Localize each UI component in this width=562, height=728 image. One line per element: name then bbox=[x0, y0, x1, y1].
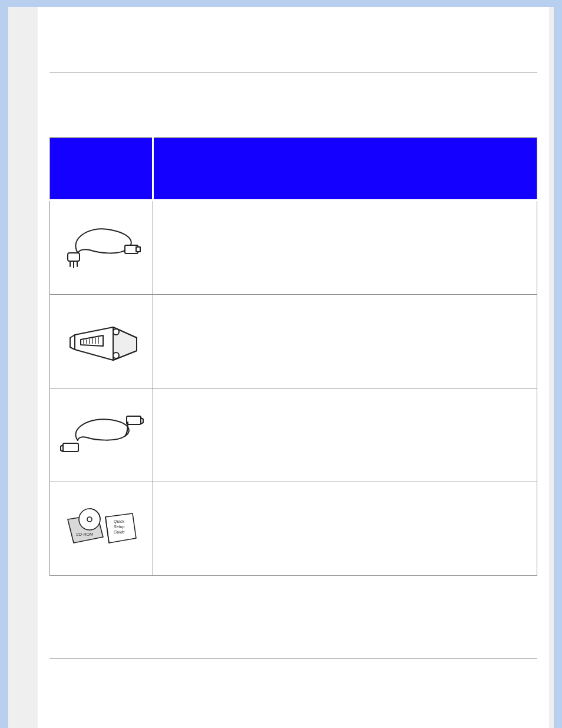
table-row bbox=[50, 200, 537, 295]
cdrom-guide-icon: CD-ROM Quick bbox=[57, 502, 146, 555]
table-row bbox=[50, 295, 537, 388]
item-description bbox=[153, 295, 537, 388]
header-item bbox=[50, 138, 153, 200]
gap-below-table bbox=[49, 576, 537, 658]
bottom-whitespace bbox=[49, 659, 537, 728]
item-image-cell bbox=[50, 388, 153, 482]
item-image-cell bbox=[50, 200, 153, 295]
item-description bbox=[153, 200, 537, 295]
document-page: CD-ROM Quick bbox=[8, 7, 554, 728]
header-description bbox=[153, 138, 537, 200]
svg-rect-15 bbox=[127, 416, 141, 424]
table-row: CD-ROM Quick bbox=[50, 482, 537, 576]
svg-rect-0 bbox=[68, 253, 80, 261]
accessory-table: CD-ROM Quick bbox=[49, 137, 537, 576]
table-row bbox=[50, 388, 537, 482]
table-header-row bbox=[50, 138, 537, 200]
item-image-cell bbox=[50, 295, 153, 388]
svg-text:Setup: Setup bbox=[114, 525, 124, 529]
power-cord-icon bbox=[57, 220, 146, 274]
left-margin-rail bbox=[8, 7, 38, 728]
svg-rect-5 bbox=[136, 247, 140, 252]
right-margin-rail bbox=[549, 7, 554, 728]
page-wrapper: CD-ROM Quick bbox=[0, 0, 562, 728]
svg-text:CD-ROM: CD-ROM bbox=[76, 532, 93, 536]
vga-adapter-icon bbox=[57, 314, 146, 367]
item-image-cell: CD-ROM Quick bbox=[50, 482, 153, 576]
signal-cable-icon bbox=[57, 408, 146, 461]
svg-point-7 bbox=[113, 353, 119, 358]
svg-point-6 bbox=[113, 329, 119, 335]
page-content: CD-ROM Quick bbox=[38, 7, 549, 728]
svg-point-18 bbox=[87, 517, 92, 522]
svg-rect-14 bbox=[63, 443, 78, 452]
section-gap-above-table bbox=[49, 73, 537, 137]
item-description bbox=[153, 482, 537, 576]
svg-text:Guide: Guide bbox=[114, 530, 125, 534]
top-whitespace bbox=[49, 19, 537, 72]
svg-text:Quick: Quick bbox=[114, 519, 124, 524]
item-description bbox=[153, 388, 537, 482]
